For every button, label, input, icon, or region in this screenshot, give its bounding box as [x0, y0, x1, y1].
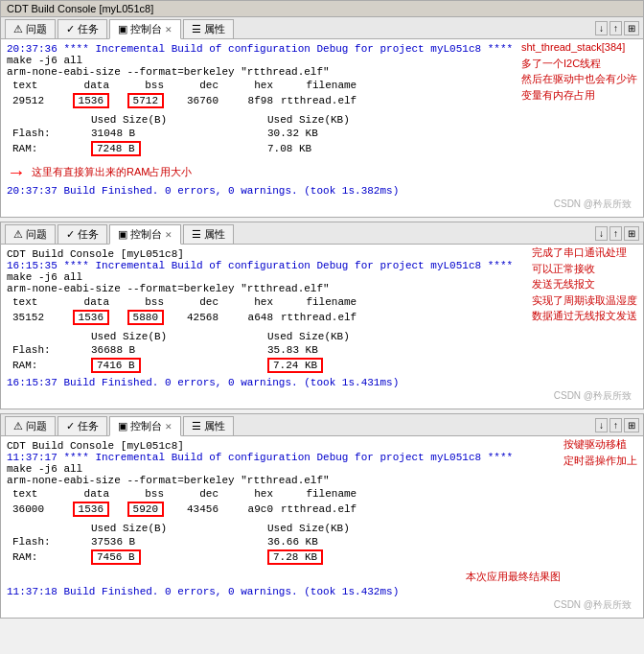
panel-1-toolbar: ↓ ↑ ⊞ — [595, 21, 639, 37]
col-text-h3: text — [12, 488, 60, 500]
ram-b-3: 7456 B — [91, 549, 187, 565]
panel-2-build-table: text data bss dec hex filename 35152 153… — [11, 294, 364, 327]
panel-3: ⚠ 问题 ✓ 任务 ▣ 控制台 ✕ ☰ 属性 ↓ ↑ ⊞ 按键驱动移植 定时器操… — [0, 413, 644, 619]
panel-3-toolbar: ↓ ↑ ⊞ — [595, 418, 639, 434]
tab-problems-2[interactable]: ⚠ 问题 — [5, 224, 56, 244]
panel-3-watermark: CSDN @矜辰所致 — [7, 597, 637, 614]
col-filename-h3: filename — [281, 488, 362, 500]
flash-kb-3: 36.66 KB — [267, 536, 357, 548]
panel-3-btn-pin[interactable]: ⊞ — [624, 418, 639, 432]
flash-b-2: 36688 B — [91, 344, 187, 356]
used-size-kb-header-3: Used Size(KB) — [267, 523, 357, 534]
size-blank2-1 — [189, 114, 265, 126]
panel-3-note: 本次应用最终结果图 — [7, 570, 637, 584]
panel-3-make: make -j6 all — [7, 463, 637, 475]
panel-2-content: 完成了串口通讯处理 可以正常接收 发送无线报文 实现了周期读取温湿度 数据通过无… — [1, 245, 643, 409]
col-text-h2: text — [12, 296, 60, 308]
panel-3-build-table: text data bss dec hex filename 36000 153… — [11, 486, 364, 519]
panel-1-btn-down[interactable]: ↓ — [595, 21, 608, 35]
col-hex-h2: hex — [226, 296, 279, 308]
properties-icon-2: ☰ — [192, 228, 201, 241]
flash-b-3: 37536 B — [91, 536, 187, 548]
ram-label-2: RAM: — [12, 358, 89, 373]
tab-properties-3[interactable]: ☰ 属性 — [183, 416, 234, 435]
tab-console-1[interactable]: ▣ 控制台 ✕ — [109, 19, 181, 39]
panel-1-tab-bar: ⚠ 问题 ✓ 任务 ▣ 控制台 ✕ ☰ 属性 ↓ ↑ ⊞ — [1, 17, 643, 39]
panel-3-btn-down[interactable]: ↓ — [595, 418, 608, 432]
ram-kb-3: 7.28 KB — [267, 549, 357, 565]
val-text-2: 35152 — [12, 310, 60, 325]
panel-1-title: CDT Build Console [myL051c8] — [1, 1, 643, 17]
bss-highlight-2: 5880 — [127, 310, 164, 325]
console-icon-2: ▣ — [118, 228, 127, 241]
col-hex-h: hex — [226, 80, 279, 91]
data-highlight-2: 1536 — [73, 310, 109, 325]
val-data-1: 1536 — [62, 93, 115, 108]
panel-1-build-table: text data bss dec hex filename 29512 153… — [11, 78, 364, 110]
close-icon-2[interactable]: ✕ — [165, 230, 172, 240]
used-size-kb-header-2: Used Size(KB) — [267, 331, 357, 342]
panel-1-arrow-icon: → — [7, 161, 26, 183]
data-highlight-1: 1536 — [73, 93, 109, 108]
size-blank2-2 — [189, 331, 265, 342]
flash-kb-2: 35.83 KB — [267, 344, 357, 356]
panel-2-btn-down[interactable]: ↓ — [595, 226, 608, 241]
panel-3-format: arm-none-eabi-size --format=berkeley "rt… — [7, 475, 637, 486]
val-filename-1: rtthread.elf — [281, 93, 362, 108]
used-size-b-header-1: Used Size(B) — [91, 114, 187, 126]
close-icon-1[interactable]: ✕ — [165, 25, 172, 35]
tasks-icon-2: ✓ — [66, 228, 75, 241]
used-size-b-header-3: Used Size(B) — [91, 523, 187, 534]
used-size-b-header-2: Used Size(B) — [91, 331, 187, 342]
panel-2-btn-pin[interactable]: ⊞ — [624, 226, 639, 241]
tab-problems-3[interactable]: ⚠ 问题 — [5, 416, 56, 435]
problems-icon-2: ⚠ — [13, 228, 23, 241]
tab-tasks-3[interactable]: ✓ 任务 — [58, 416, 107, 435]
panel-3-build-result: 11:37:18 Build Finished. 0 errors, 0 war… — [7, 586, 637, 597]
panel-1-btn-up[interactable]: ↑ — [610, 21, 622, 35]
panel-2-size-table: Used Size(B) Used Size(KB) Flash: 36688 … — [11, 329, 359, 375]
tab-console-3[interactable]: ▣ 控制台 ✕ — [109, 416, 181, 436]
tab-tasks-2[interactable]: ✓ 任务 — [58, 224, 107, 244]
flash-kb-1: 30.32 KB — [267, 128, 357, 139]
panel-1-annotation: sht_thread_stack[384] 多了一个I2C线程 然后在驱动中也会… — [521, 39, 637, 103]
panel-3-annotation: 按键驱动移植 定时器操作加上 — [564, 436, 637, 468]
ram-kb-highlight-2: 7.24 KB — [267, 358, 323, 373]
tab-properties-2[interactable]: ☰ 属性 — [183, 224, 234, 244]
close-icon-3[interactable]: ✕ — [165, 422, 172, 432]
tab-problems-1[interactable]: ⚠ 问题 — [5, 19, 56, 38]
tasks-icon-3: ✓ — [66, 420, 75, 432]
val-text-1: 29512 — [12, 93, 60, 108]
panel-2-watermark: CSDN @矜辰所致 — [7, 388, 637, 405]
panel-3-title: CDT Build Console [myL051c8] — [7, 440, 637, 452]
val-dec-3: 43456 — [172, 502, 224, 517]
val-filename-2: rtthread.elf — [281, 310, 362, 325]
col-data-h2: data — [62, 296, 115, 308]
panel-3-tab-bar: ⚠ 问题 ✓ 任务 ▣ 控制台 ✕ ☰ 属性 ↓ ↑ ⊞ — [1, 414, 643, 436]
panel-1: CDT Build Console [myL051c8] ⚠ 问题 ✓ 任务 ▣… — [0, 0, 644, 218]
panel-2-btn-up[interactable]: ↑ — [610, 226, 622, 241]
ram-label-1: RAM: — [12, 141, 89, 156]
data-highlight-3: 1536 — [73, 502, 109, 517]
val-hex-1: 8f98 — [226, 93, 279, 108]
tab-tasks-1[interactable]: ✓ 任务 — [58, 19, 107, 38]
problems-icon-1: ⚠ — [13, 23, 23, 35]
flash-b-1: 31048 B — [91, 128, 187, 139]
col-text-h: text — [12, 80, 60, 91]
tab-properties-1[interactable]: ☰ 属性 — [183, 19, 234, 38]
col-dec-h2: dec — [172, 296, 224, 308]
panel-1-btn-pin[interactable]: ⊞ — [624, 21, 639, 35]
size-blank-2 — [12, 331, 89, 342]
val-bss-1: 5712 — [117, 93, 170, 108]
col-bss-h2: bss — [117, 296, 170, 308]
ram-b-1: 7248 B — [91, 141, 187, 156]
panel-3-btn-up[interactable]: ↑ — [610, 418, 622, 432]
flash-label-2: Flash: — [12, 344, 89, 356]
flash-label-3: Flash: — [12, 536, 89, 548]
col-bss-h: bss — [117, 80, 170, 91]
col-bss-h3: bss — [117, 488, 170, 500]
size-blank-1 — [12, 114, 89, 126]
val-dec-1: 36760 — [172, 93, 224, 108]
tab-console-2[interactable]: ▣ 控制台 ✕ — [109, 224, 181, 245]
panel-1-watermark: CSDN @矜辰所致 — [7, 197, 637, 213]
